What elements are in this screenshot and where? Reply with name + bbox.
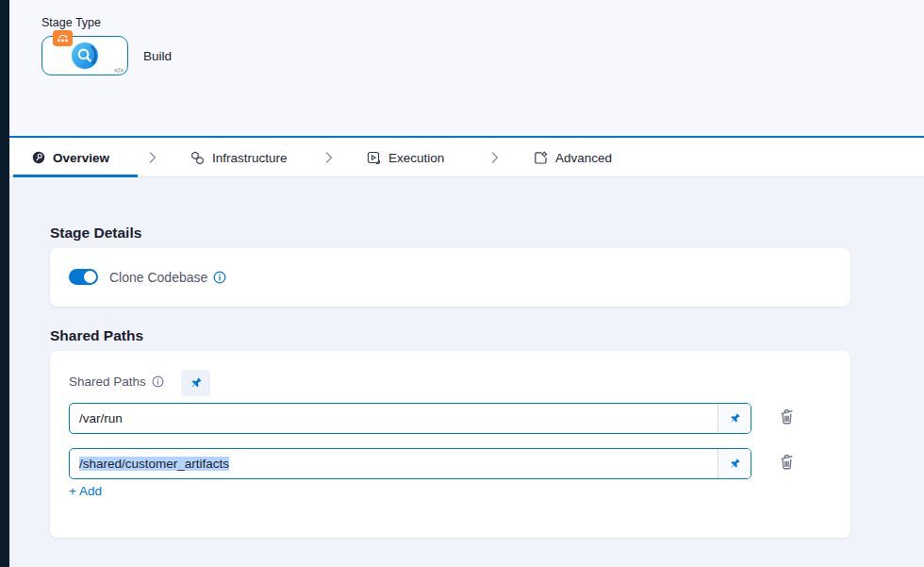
shared-paths-card: Shared Paths /var/run: [50, 351, 850, 538]
chevron-right-icon: [149, 152, 157, 163]
shared-path-value-1: /var/run: [79, 411, 123, 425]
execution-icon: [367, 151, 381, 165]
input-pin-toggle-2[interactable]: [718, 449, 751, 478]
chevron-right-icon: [491, 152, 499, 163]
shared-path-row: /shared/customer_artifacts: [69, 448, 751, 479]
shared-paths-field-label-row: Shared Paths: [69, 375, 164, 389]
runtime-input-pin-button[interactable]: [181, 370, 210, 396]
stage-name: Build: [143, 49, 172, 63]
shared-paths-field-label: Shared Paths: [69, 375, 146, 389]
build-stage-card[interactable]: </>: [41, 36, 128, 75]
stage-type-panel: Stage Type: [9, 0, 924, 136]
delete-path-button-2[interactable]: [776, 453, 797, 474]
code-glyph: </>: [114, 67, 124, 74]
input-pin-toggle-1[interactable]: [718, 404, 751, 433]
tab-advanced-label: Advanced: [555, 151, 612, 165]
stage-config-screen: Stage Type: [0, 0, 924, 567]
tab-execution[interactable]: Execution: [367, 138, 444, 177]
stage-tabbar: Overview Infrastructure Execution: [9, 138, 924, 177]
left-dark-strip: [0, 0, 9, 567]
shared-path-input-2[interactable]: /shared/customer_artifacts: [70, 449, 718, 478]
overview-icon: [32, 151, 45, 164]
stage-details-heading: Stage Details: [50, 225, 141, 242]
tab-infrastructure-label: Infrastructure: [212, 151, 288, 165]
clone-codebase-label: Clone Codebase: [109, 270, 207, 285]
shared-path-value-2: /shared/customer_artifacts: [79, 457, 229, 471]
pin-icon: [728, 458, 741, 471]
shared-path-input-1[interactable]: /var/run: [70, 404, 718, 433]
chevron-right-icon: [325, 152, 333, 163]
stage-details-card: Clone Codebase: [50, 248, 850, 307]
add-path-button[interactable]: + Add: [69, 484, 102, 498]
infrastructure-icon: [190, 151, 205, 165]
build-ci-icon: [71, 42, 99, 70]
tab-overview[interactable]: Overview: [32, 138, 109, 177]
pin-icon: [728, 412, 741, 425]
shared-paths-heading: Shared Paths: [50, 327, 143, 344]
pin-icon: [189, 376, 203, 391]
toggle-knob: [84, 271, 96, 283]
delete-path-button-1[interactable]: [776, 408, 797, 428]
shared-path-row: /var/run: [69, 403, 751, 434]
tab-execution-label: Execution: [388, 151, 444, 165]
tab-infrastructure[interactable]: Infrastructure: [190, 138, 288, 177]
advanced-icon: [534, 151, 548, 165]
info-icon[interactable]: [152, 375, 164, 388]
info-icon[interactable]: [213, 271, 226, 284]
tab-overview-label: Overview: [53, 151, 109, 165]
clone-codebase-row: Clone Codebase: [69, 269, 226, 285]
clone-codebase-toggle[interactable]: [69, 269, 98, 285]
stage-type-label: Stage Type: [41, 16, 101, 29]
tab-advanced[interactable]: Advanced: [534, 138, 612, 177]
pipeline-badge-icon: [53, 30, 73, 46]
